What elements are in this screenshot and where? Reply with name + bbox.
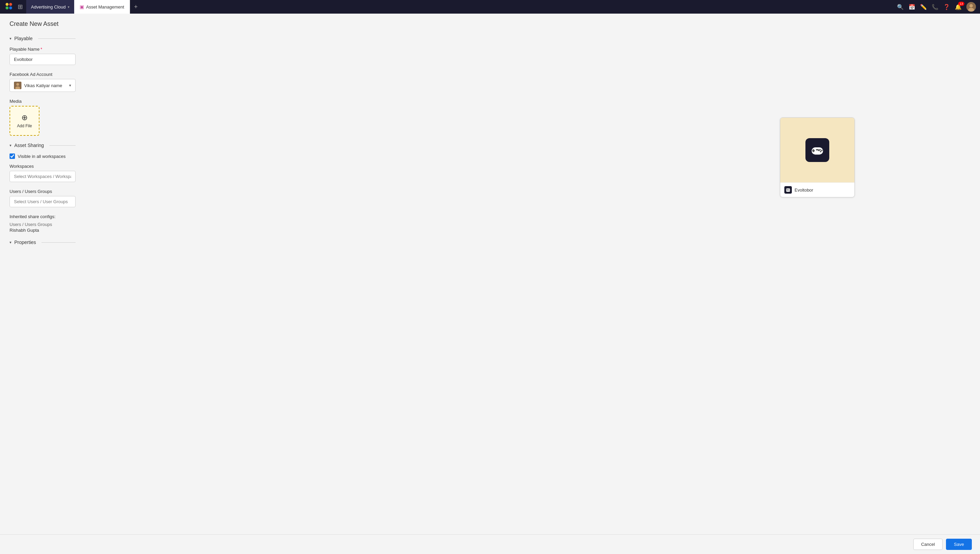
svg-point-16 [821, 150, 822, 151]
properties-chevron-icon[interactable]: ▾ [10, 240, 11, 245]
svg-rect-14 [812, 150, 815, 151]
playable-section-header: ▾ Playable [10, 36, 76, 41]
svg-point-5 [969, 4, 973, 8]
inherited-user: Rishabh Gupta [10, 228, 76, 233]
playable-chevron-icon[interactable]: ▾ [10, 37, 11, 41]
bottom-action-bar: Cancel Save [0, 534, 980, 554]
add-file-label: Add File [17, 124, 32, 128]
asset-sharing-chevron-icon[interactable]: ▾ [10, 143, 11, 148]
notifications-button[interactable]: 🔔 13 [955, 4, 962, 10]
search-icon[interactable]: 🔍 [897, 4, 904, 10]
users-input[interactable] [10, 196, 76, 207]
properties-divider [41, 242, 76, 243]
add-tab-icon: + [134, 3, 138, 11]
playable-divider [38, 38, 76, 39]
game-icon [805, 138, 829, 162]
playable-name-field: Playable Name * [10, 47, 76, 65]
svg-point-24 [789, 190, 789, 191]
add-file-button[interactable]: ⊕ Add File [10, 106, 40, 136]
svg-point-2 [5, 6, 8, 10]
save-button[interactable]: Save [946, 539, 972, 550]
asset-management-icon: ▣ [80, 4, 84, 10]
form-container: ▾ Playable Playable Name * Facebook Ad A… [10, 36, 76, 250]
inherited-label: Inherited share configs: [10, 214, 76, 219]
facebook-ad-account-label: Facebook Ad Account [10, 72, 76, 77]
preview-name: Evoltobor [795, 188, 813, 193]
select-chevron-icon: ▾ [69, 83, 71, 88]
apps-grid-icon[interactable]: ⊞ [18, 3, 23, 11]
select-left: Vikas Katiyar name [14, 82, 62, 89]
users-field: Users / Users Groups [10, 189, 76, 207]
preview-card-footer: Evoltobor [780, 182, 854, 197]
app-logo[interactable] [4, 2, 15, 12]
app-tab-label: Advertising Cloud [31, 5, 66, 10]
media-label: Media [10, 99, 76, 104]
svg-point-3 [9, 6, 12, 10]
cancel-button[interactable]: Cancel [913, 539, 943, 550]
page-content: Create New Asset ▾ Playable Playable Nam… [0, 14, 980, 554]
visible-label[interactable]: Visible in all workspaces [18, 154, 66, 159]
add-tab-button[interactable]: + [130, 0, 142, 14]
phone-icon[interactable]: 📞 [932, 4, 939, 10]
svg-point-17 [820, 151, 821, 152]
properties-section-title: Properties [14, 240, 36, 245]
workspaces-field: Workspaces [10, 164, 76, 182]
user-avatar[interactable] [966, 2, 976, 11]
preview-panel: Evoltobor [780, 118, 855, 197]
users-label: Users / Users Groups [10, 189, 76, 194]
help-icon[interactable]: ❓ [943, 4, 950, 10]
workspaces-label: Workspaces [10, 164, 76, 169]
svg-point-8 [16, 83, 19, 86]
top-nav: ⊞ Advertising Cloud ▾ ▣ Asset Management… [0, 0, 980, 14]
preview-thumbnail [780, 118, 854, 182]
svg-point-0 [5, 3, 8, 6]
app-tab-chevron-icon: ▾ [68, 5, 69, 9]
required-indicator: * [40, 47, 42, 52]
asset-management-tab-label: Asset Management [86, 5, 124, 10]
visible-checkbox[interactable] [10, 153, 15, 159]
visible-checkbox-row: Visible in all workspaces [10, 153, 76, 159]
add-file-icon: ⊕ [21, 113, 27, 122]
asset-management-tab[interactable]: ▣ Asset Management [74, 0, 130, 14]
preview-card: Evoltobor [780, 118, 855, 197]
svg-rect-19 [816, 149, 819, 150]
account-avatar [14, 82, 21, 89]
account-name: Vikas Katiyar name [24, 83, 62, 88]
svg-point-25 [788, 190, 789, 191]
edit-icon[interactable]: ✏️ [920, 4, 927, 10]
calendar-icon[interactable]: 📅 [908, 4, 915, 10]
topnav-actions: 🔍 📅 ✏️ 📞 ❓ 🔔 13 [897, 2, 976, 11]
inherited-sub-label: Users / Users Groups [10, 222, 76, 227]
svg-point-1 [9, 3, 12, 6]
page-title: Create New Asset [10, 21, 970, 27]
properties-section-header: ▾ Properties [10, 240, 76, 245]
app-tab[interactable]: Advertising Cloud ▾ [26, 0, 74, 14]
asset-sharing-divider [49, 145, 76, 146]
playable-section-title: Playable [14, 36, 33, 41]
asset-sharing-section-header: ▾ Asset Sharing [10, 143, 76, 148]
notification-badge: 13 [958, 2, 964, 6]
asset-sharing-section-title: Asset Sharing [14, 143, 44, 148]
svg-rect-22 [787, 189, 788, 191]
facebook-ad-account-field: Facebook Ad Account Vikas Katiyar name ▾ [10, 72, 76, 92]
preview-footer-icon [784, 186, 792, 194]
facebook-ad-account-select[interactable]: Vikas Katiyar name ▾ [10, 79, 76, 92]
playable-name-input[interactable] [10, 54, 76, 65]
workspaces-input[interactable] [10, 171, 76, 182]
inherited-configs: Inherited share configs: Users / Users G… [10, 214, 76, 233]
media-field: Media ⊕ Add File [10, 99, 76, 136]
playable-name-label: Playable Name * [10, 47, 76, 52]
